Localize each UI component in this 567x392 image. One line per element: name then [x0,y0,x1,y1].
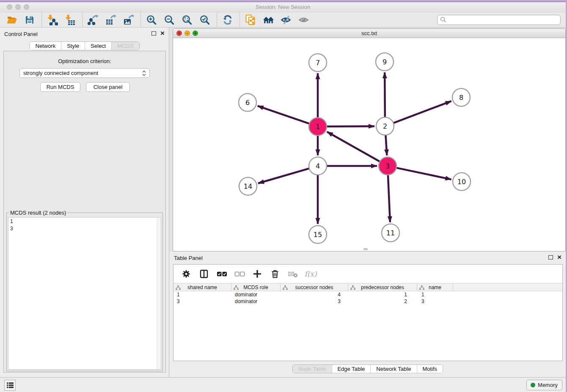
plus-icon [252,269,262,279]
run-mcds-button[interactable]: Run MCDS [40,82,80,92]
refresh-layout-button[interactable] [221,14,234,26]
table-settings-button[interactable] [180,268,192,280]
table-row[interactable]: 1dominator411 [173,291,562,298]
cell-predecessor-nodes[interactable]: 1 [348,291,417,298]
mcds-result-area[interactable]: 1 3 [8,217,161,370]
graph-edge-3-1[interactable] [327,132,380,161]
memory-button[interactable]: Memory [526,380,562,390]
deselect-all-columns-button[interactable] [234,268,245,280]
column-header-MCDS-role[interactable]: MCDS role [231,284,281,291]
tab-select[interactable]: Select [85,42,112,50]
graph-node-3[interactable]: 3 [379,157,396,175]
graph-node-15[interactable]: 15 [309,226,327,243]
export-table-button[interactable] [104,14,118,26]
graph-node-14[interactable]: 14 [239,177,257,195]
graph-node-11[interactable]: 11 [382,224,399,242]
search-field[interactable] [437,15,561,25]
control-panel-float-button[interactable] [151,31,156,36]
import-network-button[interactable] [46,14,59,26]
tab-style[interactable]: Style [61,42,85,50]
show-hide-graphics-button[interactable] [279,14,293,26]
column-layout-button[interactable] [198,268,210,280]
svg-text:4: 4 [316,162,320,170]
tab-node-table[interactable]: Node Table [293,365,332,373]
export-network-button[interactable] [86,14,100,26]
cell-successor-nodes[interactable]: 3 [281,298,348,305]
zoom-fit-icon [182,14,193,25]
graph-edge-1-6[interactable] [258,106,309,124]
mcds-result-scrollbar[interactable] [157,218,161,369]
criterion-value: strongly connected component [23,70,98,76]
first-neighbors-button[interactable] [261,14,275,26]
zoom-out-button[interactable] [162,14,176,26]
main-area: Control Panel × NetworkStyleSelectMCDS O… [0,28,566,377]
graph-node-10[interactable]: 10 [453,173,471,190]
duplicate-network-button[interactable] [244,14,257,26]
zoom-selected-icon [199,14,210,25]
graph-node-1[interactable]: 1 [309,118,327,135]
cell-MCDS-role[interactable]: dominator [231,291,281,298]
cell-name[interactable]: 3 [417,298,453,305]
zoom-fit-button[interactable] [180,14,194,26]
mcds-result-title: MCDS result (2 nodes) [9,210,67,216]
delete-table-button [287,268,299,280]
cell-successor-nodes[interactable]: 4 [281,291,348,298]
network-canvas[interactable]: 1234678910111415 [173,38,565,251]
column-sort-icon [350,285,355,290]
column-header-successor-nodes[interactable]: successor nodes [281,284,348,291]
column-header-predecessor-nodes[interactable]: predecessor nodes [348,284,417,291]
main-toolbar [0,12,566,28]
memory-label: Memory [538,382,558,388]
tab-network-table[interactable]: Network Table [371,365,417,373]
table-panel-close-button[interactable]: × [557,255,561,260]
graph-node-2[interactable]: 2 [376,117,394,135]
graph-edge-2-3[interactable] [385,135,387,155]
tab-motifs[interactable]: Motifs [417,365,443,373]
graph-node-6[interactable]: 6 [239,94,256,111]
checked-boxes-icon [217,269,227,279]
search-input[interactable] [448,16,558,24]
graph-edge-4-14[interactable] [258,168,309,183]
svg-text:3: 3 [385,162,390,170]
column-label: MCDS role [243,284,268,290]
cell-MCDS-role[interactable]: dominator [231,298,281,305]
graph-node-7[interactable]: 7 [309,54,327,72]
graph-edge-1-2[interactable] [327,126,374,127]
graph-node-9[interactable]: 9 [376,53,394,71]
cell-predecessor-nodes[interactable]: 2 [348,298,417,305]
graph-edge-2-9[interactable] [385,72,385,117]
add-entry-button[interactable] [251,268,263,280]
duplicate-network-icon [245,14,256,25]
open-file-button[interactable] [5,14,19,26]
column-label: name [429,284,441,290]
export-image-button[interactable] [122,14,135,26]
zoom-in-button[interactable] [145,14,158,26]
delete-entry-button[interactable] [269,268,281,280]
workspace-area: × − + scc.txt 1234678910111415 Table Pan… [170,28,566,377]
graph-edge-2-8[interactable] [394,101,451,123]
graph-node-8[interactable]: 8 [452,88,470,106]
close-panel-button[interactable]: Close panel [86,82,130,92]
cell-name[interactable]: 1 [417,291,453,298]
graph-edge-3-10[interactable] [396,168,451,179]
column-header-shared-name[interactable]: shared name [173,284,231,291]
import-table-button[interactable] [63,14,77,26]
control-panel-close-button[interactable]: × [160,31,165,36]
node-table-container: f(x) shared nameMCDS rolesuccessor nodes… [173,264,563,361]
cell-shared-name[interactable]: 1 [173,291,231,298]
tab-mcds[interactable]: MCDS [112,42,139,50]
graph-edge-3-11[interactable] [388,175,390,222]
graph-node-4[interactable]: 4 [309,157,327,175]
save-session-button[interactable] [23,14,36,26]
tab-edge-table[interactable]: Edge Table [332,365,371,373]
column-header-name[interactable]: name [417,284,453,291]
zoom-selected-button[interactable] [198,14,212,26]
table-panel-float-button[interactable] [548,255,553,259]
criterion-select[interactable]: strongly connected component [19,68,150,78]
network-scrollbar-thumb[interactable] [363,248,368,250]
tab-network[interactable]: Network [30,42,61,50]
table-row[interactable]: 3dominator323 [173,298,562,305]
select-all-columns-button[interactable] [216,268,228,280]
cell-shared-name[interactable]: 3 [173,298,231,305]
task-history-button[interactable] [4,380,16,391]
